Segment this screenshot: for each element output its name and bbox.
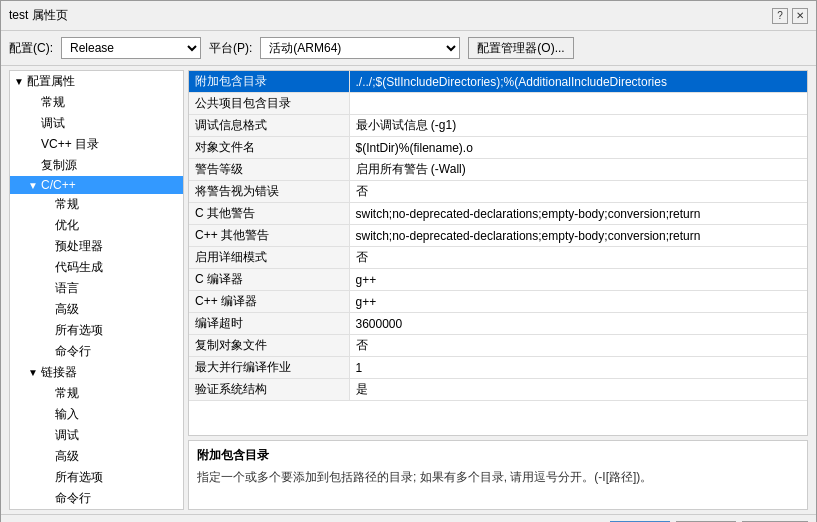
prop-value: ./../;$(StlIncludeDirectories);%(Additio…	[349, 71, 807, 93]
prop-name: 最大并行编译作业	[189, 357, 349, 379]
tree-label: 常规	[41, 94, 65, 111]
tree-item-common[interactable]: 常规	[10, 92, 183, 113]
table-row[interactable]: 复制对象文件否	[189, 335, 807, 357]
tree-item-cpp-all[interactable]: 所有选项	[10, 320, 183, 341]
config-label: 配置(C):	[9, 40, 53, 57]
help-button[interactable]: ?	[772, 8, 788, 24]
description-title: 附加包含目录	[197, 447, 799, 464]
tree-label: 复制源	[41, 157, 77, 174]
prop-name: 对象文件名	[189, 137, 349, 159]
tree-label: 命令行	[55, 490, 91, 507]
table-row[interactable]: 启用详细模式否	[189, 247, 807, 269]
table-row[interactable]: 调试信息格式最小调试信息 (-g1)	[189, 115, 807, 137]
prop-value: 是	[349, 379, 807, 401]
tree-item-linker-debug[interactable]: 调试	[10, 425, 183, 446]
prop-name: 公共项目包含目录	[189, 93, 349, 115]
prop-name: C 编译器	[189, 269, 349, 291]
table-row[interactable]: C 其他警告switch;no-deprecated-declarations;…	[189, 203, 807, 225]
properties-list: 附加包含目录./../;$(StlIncludeDirectories);%(A…	[189, 71, 807, 401]
tree-item-config-props[interactable]: ▼配置属性	[10, 71, 183, 92]
collapse-icon: ▼	[14, 76, 24, 87]
table-row[interactable]: 附加包含目录./../;$(StlIncludeDirectories);%(A…	[189, 71, 807, 93]
tree-label: VC++ 目录	[41, 136, 99, 153]
table-row[interactable]: 公共项目包含目录	[189, 93, 807, 115]
tree-item-linker-all[interactable]: 所有选项	[10, 467, 183, 488]
tree-item-cpp-preproc[interactable]: 预处理器	[10, 236, 183, 257]
tree-item-linker-input[interactable]: 输入	[10, 404, 183, 425]
title-bar-buttons: ? ✕	[772, 8, 808, 24]
title-bar: test 属性页 ? ✕	[1, 1, 816, 31]
tree-item-copy-source[interactable]: 复制源	[10, 155, 183, 176]
tree-item-linker-advanced[interactable]: 高级	[10, 446, 183, 467]
platform-select[interactable]: 活动(ARM64)	[260, 37, 460, 59]
tree-label: 语言	[55, 280, 79, 297]
tree-item-linker-cmd[interactable]: 命令行	[10, 488, 183, 509]
prop-value: 否	[349, 181, 807, 203]
props-table: 附加包含目录./../;$(StlIncludeDirectories);%(A…	[188, 70, 808, 436]
prop-value: 否	[349, 335, 807, 357]
tree-label: C/C++	[41, 178, 76, 192]
prop-value: $(IntDir)%(filename).o	[349, 137, 807, 159]
tree-item-vc-dirs[interactable]: VC++ 目录	[10, 134, 183, 155]
tree-item-debug[interactable]: 调试	[10, 113, 183, 134]
prop-value: switch;no-deprecated-declarations;empty-…	[349, 225, 807, 247]
tree-label: 常规	[55, 196, 79, 213]
window-title: test 属性页	[9, 7, 68, 24]
tree-label: 优化	[55, 217, 79, 234]
table-row[interactable]: 对象文件名$(IntDir)%(filename).o	[189, 137, 807, 159]
prop-value: g++	[349, 269, 807, 291]
table-row[interactable]: 警告等级启用所有警告 (-Wall)	[189, 159, 807, 181]
table-row[interactable]: 验证系统结构是	[189, 379, 807, 401]
tree-item-cpp-cmd[interactable]: 命令行	[10, 341, 183, 362]
tree-item-cpp-common[interactable]: 常规	[10, 194, 183, 215]
prop-name: 编译超时	[189, 313, 349, 335]
tree-item-cpp-opt[interactable]: 优化	[10, 215, 183, 236]
config-manager-button[interactable]: 配置管理器(O)...	[468, 37, 573, 59]
tree-item-cpp-lang[interactable]: 语言	[10, 278, 183, 299]
main-content: ▼配置属性常规调试VC++ 目录复制源▼C/C++常规优化预处理器代码生成语言高…	[1, 66, 816, 514]
close-button[interactable]: ✕	[792, 8, 808, 24]
prop-name: 验证系统结构	[189, 379, 349, 401]
prop-name: 将警告视为错误	[189, 181, 349, 203]
prop-name: 启用详细模式	[189, 247, 349, 269]
description-panel: 附加包含目录 指定一个或多个要添加到包括路径的目录; 如果有多个目录, 请用逗号…	[188, 440, 808, 510]
tree-label: 调试	[41, 115, 65, 132]
main-window: test 属性页 ? ✕ 配置(C): Release 平台(P): 活动(AR…	[0, 0, 817, 522]
platform-label: 平台(P):	[209, 40, 252, 57]
tree-item-linker[interactable]: ▼链接器	[10, 362, 183, 383]
prop-name: C++ 编译器	[189, 291, 349, 313]
tree-label: 所有选项	[55, 469, 103, 486]
prop-value: 启用所有警告 (-Wall)	[349, 159, 807, 181]
table-row[interactable]: C++ 其他警告switch;no-deprecated-declaration…	[189, 225, 807, 247]
tree-item-cpp-codegen[interactable]: 代码生成	[10, 257, 183, 278]
tree-item-cpp-advanced[interactable]: 高级	[10, 299, 183, 320]
prop-value: 3600000	[349, 313, 807, 335]
prop-name: 警告等级	[189, 159, 349, 181]
table-row[interactable]: 编译超时3600000	[189, 313, 807, 335]
tree-label: 高级	[55, 448, 79, 465]
table-row[interactable]: 将警告视为错误否	[189, 181, 807, 203]
prop-name: 调试信息格式	[189, 115, 349, 137]
tree-label: 常规	[55, 385, 79, 402]
prop-name: C 其他警告	[189, 203, 349, 225]
prop-value	[349, 93, 807, 115]
tree-label: 代码生成	[55, 259, 103, 276]
table-row[interactable]: 最大并行编译作业1	[189, 357, 807, 379]
tree-label: 命令行	[55, 343, 91, 360]
table-row[interactable]: C++ 编译器g++	[189, 291, 807, 313]
table-row[interactable]: C 编译器g++	[189, 269, 807, 291]
tree-label: 调试	[55, 427, 79, 444]
prop-name: C++ 其他警告	[189, 225, 349, 247]
prop-name: 附加包含目录	[189, 71, 349, 93]
right-panel: 附加包含目录./../;$(StlIncludeDirectories);%(A…	[188, 70, 808, 510]
tree-item-cpp[interactable]: ▼C/C++	[10, 176, 183, 194]
config-select[interactable]: Release	[61, 37, 201, 59]
prop-value: switch;no-deprecated-declarations;empty-…	[349, 203, 807, 225]
tree-label: 配置属性	[27, 73, 75, 90]
footer: CSDN@清风共青峰 确定 取消 应用(A)	[1, 514, 816, 522]
tree-label: 链接器	[41, 364, 77, 381]
prop-value: 否	[349, 247, 807, 269]
tree-item-linker-common[interactable]: 常规	[10, 383, 183, 404]
tree-label: 所有选项	[55, 322, 103, 339]
description-text: 指定一个或多个要添加到包括路径的目录; 如果有多个目录, 请用逗号分开。(-I[…	[197, 468, 799, 486]
